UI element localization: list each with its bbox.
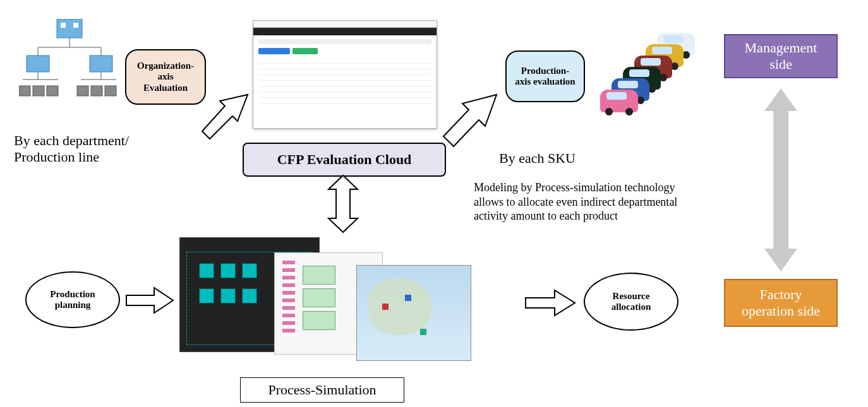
svg-marker-24 [764,88,797,271]
box-label: Management side [745,40,817,73]
svg-marker-20 [443,95,497,146]
arrow-sim-to-resource [526,290,575,316]
svg-marker-22 [126,288,173,313]
node-organization-axis-evaluation: Organization- axis Evaluation [125,49,206,105]
box-factory-operation-side: Factory operation side [724,279,838,327]
node-label: Production planning [50,289,95,311]
caption-modeling-note: Modeling by Process-simulation technolog… [474,180,689,223]
cloud-app-screenshot [253,20,437,129]
svg-rect-15 [47,86,58,96]
org-hierarchy-icon [19,19,120,114]
node-label: Resource allocation [612,291,651,313]
node-process-simulation: Process-Simulation [240,377,404,403]
box-label: Factory operation side [742,286,820,319]
svg-rect-2 [73,23,78,28]
box-management-side: Management side [724,34,838,78]
node-production-axis-evaluation: Production- axis evaluation [505,50,585,102]
svg-rect-14 [33,86,44,96]
svg-rect-1 [61,23,66,28]
node-production-planning: Production planning [25,271,120,328]
svg-rect-7 [27,56,49,72]
node-label: Organization- axis Evaluation [137,61,194,93]
svg-marker-23 [526,290,575,316]
arrow-cloud-sim-bidirectional [329,175,358,232]
arrow-planning-to-sim [126,288,173,313]
arrow-org-to-cloud [202,95,253,139]
car-line-icon [588,33,714,121]
svg-marker-19 [202,95,248,139]
simulation-screenshots [179,237,470,363]
arrow-management-factory-bidirectional [764,88,797,271]
svg-rect-8 [90,56,112,72]
svg-rect-18 [105,86,116,96]
node-cfp-evaluation-cloud: CFP Evaluation Cloud [243,143,446,177]
caption-by-department: By each department/ Production line [14,133,178,165]
svg-rect-17 [91,86,102,96]
svg-rect-13 [19,86,30,96]
node-label: Production- axis evaluation [515,66,575,88]
svg-marker-21 [329,175,358,232]
svg-rect-0 [57,19,82,38]
svg-rect-16 [77,86,88,96]
node-resource-allocation: Resource allocation [584,273,678,331]
arrow-cloud-to-production-axis [443,95,500,145]
caption-by-sku: By each SKU [499,150,576,167]
node-label: Process-Simulation [268,382,376,398]
